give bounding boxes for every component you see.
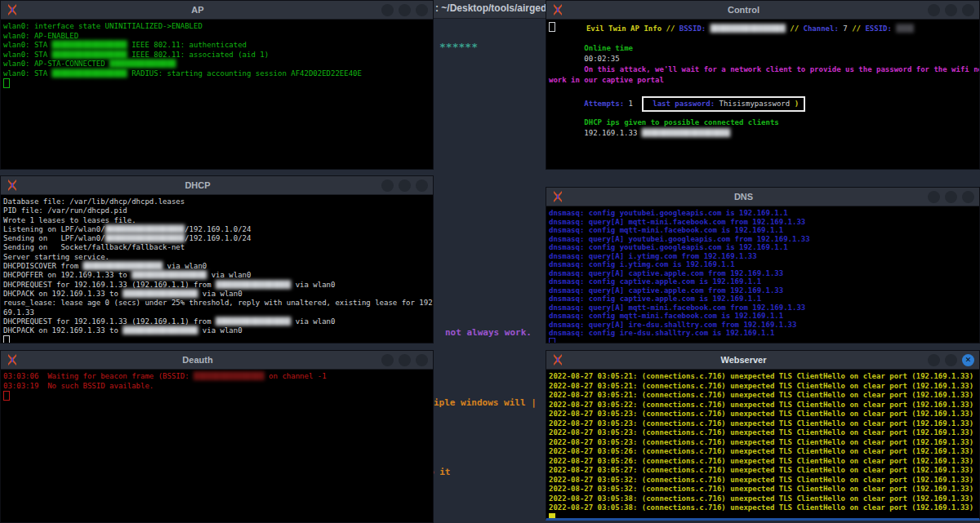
- close-button[interactable]: [962, 4, 974, 16]
- terminal-line: reuse_lease: lease age 0 (secs) under 25…: [3, 299, 430, 308]
- terminal-text: dnsmasq: config captive.apple.com is 192…: [549, 277, 761, 286]
- terminal-line: Attempts: 1 last password: Thisismypassw…: [549, 96, 977, 107]
- redacted-text: ██████████████████: [83, 262, 163, 270]
- window-dhcp: DHCP Database file: /var/lib/dhcp/dhcpd.…: [0, 175, 434, 343]
- terminal-output-deauth[interactable]: 03:03:06 Waiting for beacon frame (BSSID…: [1, 370, 433, 522]
- close-button[interactable]: [416, 354, 428, 366]
- terminal-text: reuse_lease: lease age 0 (secs) under 25…: [3, 299, 433, 307]
- terminal-text: 03:03:06 Waiting for beacon frame (BSSID…: [3, 372, 194, 380]
- terminal-text: dnsmasq: query[A] youtubei.googleapis.co…: [549, 235, 810, 243]
- terminal-line: 2022-08-27 03:05:21: (connections.c.716)…: [549, 391, 977, 401]
- redacted-text: ████████████████████: [642, 129, 730, 137]
- terminal-text: [555, 24, 586, 33]
- terminal-line: [3, 78, 430, 88]
- terminal-text: 00:02:35: [549, 55, 620, 63]
- window-title: DHCP: [19, 180, 376, 190]
- terminal-text: Thisismypassword: [719, 100, 795, 108]
- terminal-text: DHCPACK on 192.169.1.33 to: [3, 326, 122, 335]
- window-title: Webserver: [564, 355, 923, 365]
- terminal-output-control[interactable]: Evil Twin AP Info // BSSID: ████████████…: [546, 20, 979, 169]
- xterm-icon: [6, 353, 19, 366]
- terminal-text: IEEE 802.11: authenticated: [131, 41, 247, 49]
- minimize-button[interactable]: [928, 4, 940, 16]
- terminal-text: DHCPACK on 192.169.1.33 to: [3, 290, 122, 298]
- terminal-line: dnsmasq: config youtubei.googleapis.com …: [549, 243, 977, 252]
- terminal-text: dnsmasq: query[A] mqtt-mini.facebook.com…: [549, 304, 805, 312]
- redacted-text: █████████████████: [52, 41, 127, 49]
- terminal-text: DHCPREQUEST for 192.169.1.33 (192.169.1.…: [3, 281, 216, 289]
- maximize-button[interactable]: [945, 4, 957, 16]
- minimize-button[interactable]: [928, 191, 940, 203]
- window-buttons: ✕: [923, 354, 974, 366]
- redacted-text: █████████████████: [52, 69, 127, 78]
- terminal-text: Server starting service.: [3, 253, 109, 261]
- terminal-cursor: [549, 513, 555, 519]
- terminal-text: 7: [843, 24, 852, 33]
- terminal-text: [549, 44, 584, 52]
- terminal-line: [3, 335, 430, 343]
- window-buttons: [376, 354, 428, 366]
- window-ap-titlebar[interactable]: AP: [1, 1, 433, 20]
- terminal-text: dnsmasq: query[A] ire-dsu.shalltry.com f…: [549, 321, 796, 329]
- terminal-output-webserver[interactable]: 2022-08-27 03:05:21: (connections.c.716)…: [546, 370, 979, 518]
- close-button[interactable]: [416, 180, 428, 192]
- window-dhcp-titlebar[interactable]: DHCP: [1, 176, 433, 195]
- redacted-text: ███████████████: [109, 60, 176, 68]
- redacted-text: █████████████████: [52, 51, 127, 59]
- terminal-line: dnsmasq: config captive.apple.com is 192…: [549, 277, 977, 286]
- xterm-icon: [6, 179, 19, 192]
- window-control-titlebar[interactable]: Control: [546, 1, 979, 20]
- terminal-line: [549, 513, 977, 519]
- terminal-text: via wlan0: [198, 326, 242, 335]
- terminal-text: dnsmasq: config mqtt-mini.facebook.com i…: [549, 312, 783, 320]
- redacted-text: ESSID:: [865, 24, 896, 33]
- redacted-text: BSSID:: [679, 24, 710, 33]
- terminal-text: [549, 100, 584, 108]
- terminal-text: dnsmasq: config captive.apple.com is 192…: [549, 295, 761, 303]
- maximize-button[interactable]: [945, 354, 957, 366]
- terminal-line: wlan0: STA █████████████████ IEEE 802.11…: [3, 41, 430, 51]
- terminal-line: 2022-08-27 03:05:21: (connections.c.716)…: [549, 382, 977, 392]
- terminal-text: dnsmasq: config youtubei.googleapis.com …: [549, 243, 788, 251]
- maximize-button[interactable]: [399, 354, 411, 366]
- redacted-text: last password:: [648, 100, 719, 108]
- minimize-button[interactable]: [381, 354, 394, 366]
- terminal-output-dns[interactable]: dnsmasq: config youtubei.googleapis.com …: [546, 206, 979, 343]
- terminal-text: 2022-08-27 03:05:32: (connections.c.716)…: [549, 476, 973, 484]
- terminal-line: dnsmasq: config mqtt-mini.facebook.com i…: [549, 312, 977, 321]
- close-button[interactable]: [416, 4, 428, 16]
- minimize-button[interactable]: [381, 180, 394, 192]
- terminal-line: On this attack, we'll wait for a network…: [549, 64, 977, 75]
- maximize-button[interactable]: [399, 4, 411, 16]
- terminal-text: 2022-08-27 03:05:26: (connections.c.716)…: [549, 457, 973, 465]
- terminal-text: 2022-08-27 03:05:23: (connections.c.716)…: [549, 419, 973, 428]
- maximize-button[interactable]: [399, 180, 411, 192]
- terminal-text: Evil Twin AP Info: [586, 24, 666, 33]
- maximize-button[interactable]: [945, 191, 957, 203]
- terminal-output-dhcp[interactable]: Database file: /var/lib/dhcp/dhcpd.lease…: [1, 195, 433, 343]
- terminal-text: 2022-08-27 03:05:23: (connections.c.716)…: [549, 428, 973, 437]
- close-button[interactable]: ✕: [962, 354, 974, 366]
- terminal-text: DHCPOFFER on 192.169.1.33 to: [3, 271, 131, 279]
- xterm-icon: [551, 3, 564, 16]
- redacted-text: Channel:: [804, 24, 844, 33]
- minimize-button[interactable]: [381, 4, 394, 16]
- window-deauth-titlebar[interactable]: Deauth: [1, 351, 433, 370]
- terminal-line: dnsmasq: query[A] mqtt-mini.facebook.com…: [549, 304, 977, 312]
- minimize-button[interactable]: [928, 354, 940, 366]
- redacted-text: ████: [896, 24, 914, 33]
- terminal-line: wlan0: STA █████████████████ RADIUS: sta…: [3, 69, 430, 79]
- window-title: Deauth: [19, 355, 376, 365]
- terminal-cursor: [549, 338, 555, 343]
- window-buttons: [923, 191, 974, 203]
- window-dns-titlebar[interactable]: DNS: [546, 188, 979, 206]
- terminal-line: dnsmasq: query[A] captive.apple.com from…: [549, 286, 977, 295]
- terminal-text: //: [666, 24, 679, 33]
- terminal-text: 2022-08-27 03:05:32: (connections.c.716)…: [549, 485, 973, 493]
- close-button[interactable]: [962, 191, 974, 203]
- window-webserver-titlebar[interactable]: Webserver ✕: [546, 351, 979, 370]
- terminal-text: DHCPREQUEST for 192.169.1.33 (192.169.1.…: [3, 317, 216, 326]
- terminal-output-ap[interactable]: wlan0: interface state UNINITIALIZED->EN…: [1, 20, 433, 169]
- window-title: Control: [564, 5, 923, 15]
- xterm-icon: [551, 353, 564, 366]
